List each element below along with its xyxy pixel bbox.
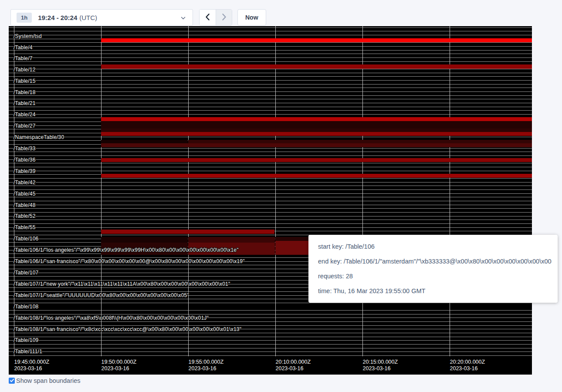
show-span-boundaries-label: Show span boundaries — [16, 377, 81, 384]
tick-line — [362, 26, 363, 356]
time-range-select[interactable]: 1h 19:24 - 20:24 (UTC) — [10, 9, 193, 26]
row-label: /Table/12 — [14, 67, 36, 72]
now-button[interactable]: Now — [237, 9, 266, 26]
row-label: /Table/48 — [14, 203, 36, 208]
tick-line — [275, 26, 276, 356]
row-label: /Table/15 — [14, 78, 36, 84]
chevron-left-icon — [205, 14, 210, 22]
chevron-down-icon — [180, 15, 186, 23]
heat-band — [101, 132, 532, 136]
show-span-boundaries-checkbox[interactable] — [9, 378, 15, 384]
row-label: /Table/111/1 — [14, 349, 42, 354]
footer-row: Show span boundaries — [9, 377, 81, 384]
date-tick-label: 2023-03-16 — [189, 365, 224, 372]
date-tick-label: 2023-03-16 — [102, 365, 137, 372]
heat-band — [101, 38, 532, 42]
heat-band — [101, 158, 532, 162]
next-time-button[interactable] — [216, 10, 232, 25]
heat-band — [101, 243, 188, 255]
row-label: /Table/7 — [14, 56, 33, 61]
heat-band — [101, 128, 532, 132]
row-label: /Table/36 — [14, 157, 36, 162]
tooltip-end-key: end key: /Table/106/1/"amsterdam"/"\xb33… — [318, 257, 552, 266]
time-tick-label: 19:45:00.000Z2023-03-16 — [14, 359, 50, 372]
row-label: /NamespaceTable/30 — [14, 135, 64, 140]
row-label: /Table/108/1/"los angeles"/"\xa8\xf5\u00… — [14, 315, 209, 321]
row-label: /Table/107 — [14, 270, 38, 275]
row-label: /Table/27 — [14, 123, 36, 128]
heat-band — [188, 243, 275, 255]
row-label: /Table/109 — [14, 338, 38, 343]
row-label: /Table/21 — [14, 101, 36, 106]
row-label: /Table/52 — [14, 213, 36, 219]
date-tick-label: 2023-03-16 — [14, 365, 50, 372]
tick-line — [188, 26, 189, 356]
tooltip-time: time: Thu, 16 Mar 2023 19:55:00 GMT — [318, 287, 552, 295]
row-label: /Table/39 — [14, 169, 36, 174]
checkmark-icon — [10, 377, 14, 385]
heat-band — [188, 140, 532, 143]
row-label: /Table/107/1/"new york"/"\x11\x11\x11\x1… — [14, 281, 230, 287]
time-tick-label: 20:20:00.000Z2023-03-16 — [450, 359, 485, 372]
row-label: /Table/55 — [14, 225, 36, 230]
time-range-label: 19:24 - 20:24 — [38, 14, 77, 21]
prev-time-button[interactable] — [200, 10, 216, 25]
timezone-label: (UTC) — [79, 14, 97, 21]
time-tick-label: 20:15:00.000Z2023-03-16 — [363, 359, 398, 372]
heatmap-canvas[interactable]: /System/tsd/Table/4/Table/7/Table/12/Tab… — [9, 26, 532, 375]
time-tick-label: 19:55:00.000Z2023-03-16 — [189, 359, 224, 372]
row-label: /Table/106/1/"san francisco"/"\x80\x00\x… — [14, 259, 245, 264]
span-tooltip: start key: /Table/106 end key: /Table/10… — [308, 235, 558, 303]
row-label: /Table/45 — [14, 191, 36, 196]
row-label: /Table/18 — [14, 90, 36, 95]
date-tick-label: 2023-03-16 — [363, 365, 398, 372]
heat-band — [101, 64, 532, 69]
row-label: /Table/24 — [14, 112, 36, 117]
row-label: /System/tsd — [14, 34, 42, 39]
date-tick-label: 2023-03-16 — [276, 365, 311, 372]
row-label: /Table/4 — [14, 45, 33, 50]
tooltip-start-key: start key: /Table/106 — [318, 242, 552, 251]
tick-line — [101, 26, 102, 356]
date-tick-label: 2023-03-16 — [450, 365, 485, 372]
row-label: /Table/108/1/"san francisco"/"\x8c\xcc\x… — [14, 327, 241, 332]
heat-band — [101, 117, 532, 121]
heat-band — [101, 174, 532, 178]
row-label: /Table/42 — [14, 180, 36, 185]
heat-band — [188, 237, 275, 243]
row-label: /Table/107/1/"seattle"/"UUUUUUD\x00\x80\… — [14, 293, 189, 298]
span-boundary-grid — [9, 26, 532, 357]
tick-line — [450, 26, 450, 356]
tooltip-requests: requests: 28 — [318, 272, 552, 280]
time-tick-label: 19:50:00.000Z2023-03-16 — [102, 359, 137, 372]
time-tick-label: 20:10:00.000Z2023-03-16 — [276, 359, 311, 372]
row-label: /Table/33 — [14, 146, 36, 151]
time-preset-badge: 1h — [17, 13, 32, 23]
row-label: /Table/106 — [14, 236, 38, 241]
chevron-right-icon — [222, 14, 227, 22]
row-label: /Table/106/1/"los angeles"/"\x99\x99\x99… — [14, 247, 239, 253]
time-nav-group — [199, 9, 232, 26]
heat-band — [101, 140, 188, 143]
tick-line — [14, 26, 14, 356]
row-label: /Table/108 — [14, 304, 38, 309]
heat-band — [101, 237, 188, 243]
heat-band — [101, 121, 532, 128]
heat-band — [101, 143, 532, 147]
heat-band — [101, 230, 274, 234]
